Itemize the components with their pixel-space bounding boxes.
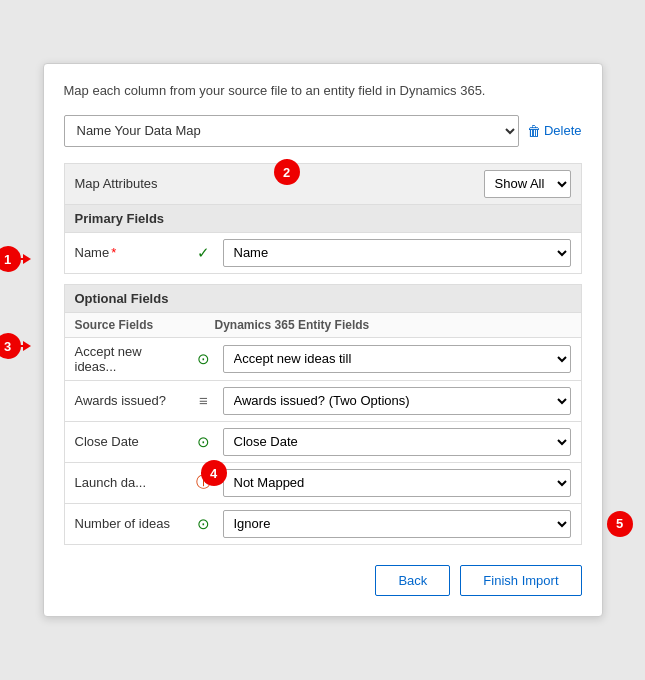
name-field-row: Name* ✓ Name: [64, 232, 582, 274]
check-icon: ⊙: [193, 515, 215, 533]
map-attributes-label: Map Attributes: [75, 176, 158, 191]
source-field-label: Accept new ideas...: [75, 344, 185, 374]
name-field-select[interactable]: Name: [223, 239, 571, 267]
table-row: Number of ideas ⊙ Ignore 5: [64, 503, 582, 545]
field-mapping-select[interactable]: Not Mapped: [223, 469, 571, 497]
optional-fields-header: Optional Fields: [64, 284, 582, 312]
field-mapping-select[interactable]: Accept new ideas till: [223, 345, 571, 373]
column-headers: Source Fields Dynamics 365 Entity Fields: [64, 312, 582, 337]
source-field-label: Awards issued?: [75, 393, 185, 408]
data-map-row: Name Your Data Map 🗑 Delete: [64, 115, 582, 147]
table-row: Accept new ideas... ⊙ Accept new ideas t…: [64, 337, 582, 380]
field-mapping-select[interactable]: Ignore: [223, 510, 571, 538]
instructions-text: Map each column from your source file to…: [64, 82, 582, 100]
table-row: Launch da... ⓘ 4 Not Mapped: [64, 462, 582, 503]
warning-icon: ⓘ 4: [193, 473, 215, 492]
annotation-2: 2: [274, 159, 300, 185]
show-all-select[interactable]: Show All Required Optional: [484, 170, 571, 198]
check-icon: ⊙: [193, 350, 215, 368]
optional-fields-rows: Accept new ideas... ⊙ Accept new ideas t…: [64, 337, 582, 545]
delete-icon: 🗑: [527, 123, 541, 139]
check-icon: ⊙: [193, 433, 215, 451]
delete-button[interactable]: 🗑 Delete: [527, 123, 582, 139]
annotation-3: 3: [0, 333, 21, 359]
annotation-4: 4: [201, 460, 227, 486]
dialog-footer: Back Finish Import: [64, 565, 582, 596]
data-map-select[interactable]: Name Your Data Map: [64, 115, 519, 147]
map-attributes-header: Map Attributes 2 Show All Required Optio…: [64, 163, 582, 204]
col-source-label: Source Fields: [75, 318, 185, 332]
source-field-label: Number of ideas: [75, 516, 185, 531]
import-dialog: Map each column from your source file to…: [43, 63, 603, 616]
table-row: Awards issued? ≡ Awards issued? (Two Opt…: [64, 380, 582, 421]
table-row: Close Date ⊙ Close Date: [64, 421, 582, 462]
doc-icon: ≡: [193, 392, 215, 409]
annotation-5: 5: [607, 511, 633, 537]
field-mapping-select[interactable]: Awards issued? (Two Options): [223, 387, 571, 415]
source-field-label: Close Date: [75, 434, 185, 449]
name-check-icon: ✓: [193, 244, 215, 262]
field-mapping-select[interactable]: Close Date: [223, 428, 571, 456]
back-button[interactable]: Back: [375, 565, 450, 596]
required-star: *: [111, 245, 116, 260]
annotation-1: 1: [0, 246, 21, 272]
primary-fields-header: Primary Fields: [64, 204, 582, 232]
col-dynamics-label: Dynamics 365 Entity Fields: [215, 318, 370, 332]
source-field-label: Launch da...: [75, 475, 185, 490]
name-field-label: Name*: [75, 245, 185, 260]
finish-import-button[interactable]: Finish Import: [460, 565, 581, 596]
